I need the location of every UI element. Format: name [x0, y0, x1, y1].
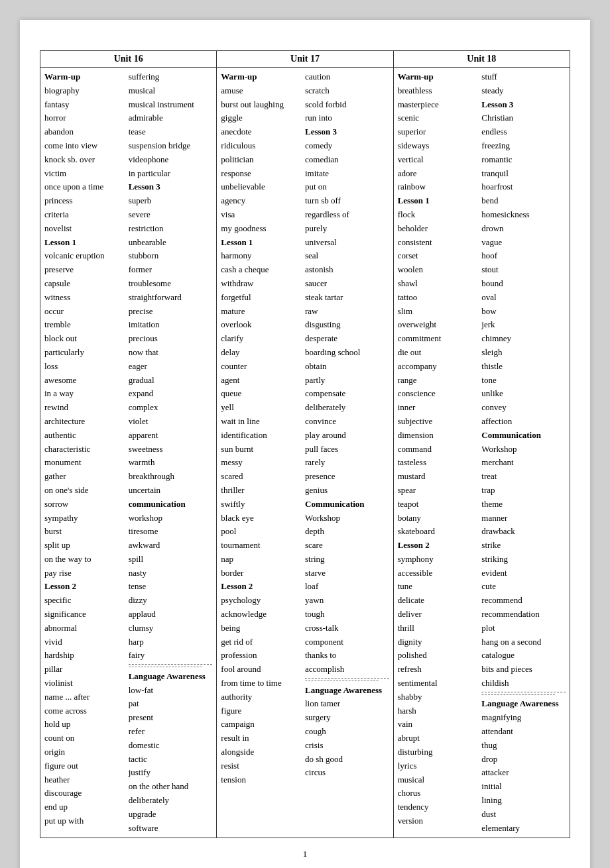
word-col1-1-43: fool around: [221, 663, 305, 677]
word-col2-1-48: cough: [305, 725, 389, 739]
word-col1-1-15: withdraw: [221, 277, 305, 291]
word-col2-0-37: tense: [129, 580, 213, 594]
word-col1-1-32: black eye: [221, 512, 305, 525]
word-col2-0-21: eager: [129, 360, 213, 374]
word-col2-0-17: precise: [129, 305, 213, 319]
word-col2-2-23: unlike: [481, 387, 566, 401]
word-col1-1-3: giggle: [221, 111, 305, 125]
word-col2-2-53: lining: [481, 794, 566, 808]
word-col2-0-16: straightforward: [129, 291, 213, 305]
word-col1-0-4: abandon: [44, 125, 129, 139]
word-col2-0-35: spill: [129, 553, 213, 567]
word-col1-1-7: response: [221, 167, 305, 181]
word-col1-0-21: loss: [44, 360, 129, 374]
word-col2-2-47: magnifying: [481, 711, 566, 725]
word-col2-1-10: regardless of: [305, 208, 389, 222]
word-col2-2-32: manner: [481, 512, 566, 525]
word-col2-2-7: tranquil: [481, 167, 566, 181]
word-col1-1-40: being: [221, 622, 305, 635]
word-col2-1-30: genius: [305, 484, 389, 498]
unit-header-1: Unit 17: [217, 51, 393, 68]
word-col2-0-53: deliberately: [129, 794, 213, 808]
unit-cell-1: Warm-upamuseburst out laughinggiggleanec…: [217, 68, 393, 838]
word-col1-2-39: deliver: [398, 608, 482, 622]
word-col2-2-4: endless: [481, 125, 566, 139]
word-col2-2-15: bound: [481, 277, 566, 291]
word-col1-2-47: vain: [398, 718, 482, 732]
word-col1-1-37: Lesson 2: [221, 580, 305, 594]
word-col2-2-49: thug: [481, 739, 566, 753]
word-col2-2-3: Christian: [481, 111, 566, 125]
unit-cell-0: Warm-upbiographyfantasyhorrorabandoncome…: [40, 68, 217, 838]
word-col2-2-36: evident: [481, 567, 566, 580]
word-col1-1-8: unbelievable: [221, 180, 305, 194]
word-col1-1-10: visa: [221, 208, 305, 222]
word-col2-1-33: depth: [305, 525, 389, 539]
word-col1-2-18: overweight: [398, 318, 482, 332]
word-col1-1-28: messy: [221, 456, 305, 470]
word-col1-1-19: clarify: [221, 332, 305, 346]
word-col2-2-20: sleigh: [481, 346, 566, 360]
word-col1-0-38: specific: [44, 594, 129, 608]
word-col1-0-0: Warm-up: [44, 70, 129, 84]
word-col2-1-38: yawn: [305, 594, 389, 608]
word-col2-0-41: harp: [129, 635, 213, 649]
word-col2-2-26: Communication: [481, 429, 566, 443]
word-col2-2-38: recommend: [481, 594, 566, 608]
word-col1-2-11: beholder: [398, 222, 482, 236]
word-col2-0-13: stubborn: [129, 249, 213, 263]
word-col1-2-2: masterpiece: [398, 98, 482, 112]
word-col2-2-27: Workshop: [481, 443, 566, 457]
word-col2-1-9: turn sb off: [305, 194, 389, 208]
word-col1-0-9: princess: [44, 194, 129, 208]
word-col2-1-37: loaf: [305, 580, 389, 594]
word-col1-1-18: overlook: [221, 318, 305, 332]
word-col2-0-36: nasty: [129, 567, 213, 580]
word-col1-2-3: scenic: [398, 111, 482, 125]
word-col1-2-45: shabby: [398, 690, 482, 704]
word-col2-0-24: complex: [129, 401, 213, 415]
word-col1-0-31: sorrow: [44, 498, 129, 512]
word-col2-0-31: communication: [129, 498, 213, 512]
word-col2-2-8: hoarfrost: [481, 180, 566, 194]
word-col1-1-0: Warm-up: [221, 70, 305, 84]
word-col2-0-54: upgrade: [129, 808, 213, 822]
word-col2-0-51: justify: [129, 766, 213, 780]
word-col1-2-1: breathless: [398, 84, 482, 98]
word-col1-2-27: command: [398, 443, 482, 457]
word-col1-2-16: tattoo: [398, 291, 482, 305]
word-col1-1-49: alongside: [221, 745, 305, 759]
word-col2-1-51: circus: [305, 766, 389, 780]
main-table: Unit 16Unit 17Unit 18 Warm-upbiographyfa…: [40, 50, 570, 838]
word-col2-0-40: clumsy: [129, 622, 213, 635]
word-col1-2-12: consistent: [398, 236, 482, 250]
word-col2-1-7: imitate: [305, 167, 389, 181]
word-col1-2-51: musical: [398, 773, 482, 787]
word-col1-0-6: knock sb. over: [44, 153, 129, 167]
word-col2-0-46: pat: [129, 697, 213, 711]
word-col2-2-12: vague: [481, 236, 566, 250]
word-col2-1-2: scold forbid: [305, 98, 389, 112]
word-col2-1-3: run into: [305, 111, 389, 125]
word-col2-1-27: pull faces: [305, 443, 389, 457]
word-col2-2-19: chimney: [481, 332, 566, 346]
word-col1-2-40: thrill: [398, 622, 482, 635]
word-col1-2-49: disturbing: [398, 745, 482, 759]
word-col1-2-0: Warm-up: [398, 70, 482, 84]
word-col1-1-16: forgetful: [221, 291, 305, 305]
word-col2-1-1: scratch: [305, 84, 389, 98]
word-col2-0-25: violet: [129, 415, 213, 429]
word-col2-1-49: crisis: [305, 739, 389, 753]
word-col2-1-24: deliberately: [305, 401, 389, 415]
word-col1-2-29: mustard: [398, 470, 482, 484]
word-col2-1-28: rarely: [305, 456, 389, 470]
word-col2-1-45: Language Awareness: [305, 684, 389, 698]
word-col1-2-41: dignity: [398, 635, 482, 649]
word-col2-0-15: troublesome: [129, 277, 213, 291]
word-col1-0-52: discourage: [44, 787, 129, 800]
word-col2-0-27: sweetness: [129, 443, 213, 457]
word-col2-0-42: fairy: [129, 649, 213, 663]
word-col1-1-35: nap: [221, 553, 305, 567]
word-col2-2-34: strike: [481, 539, 566, 553]
word-col1-0-34: split up: [44, 539, 129, 553]
